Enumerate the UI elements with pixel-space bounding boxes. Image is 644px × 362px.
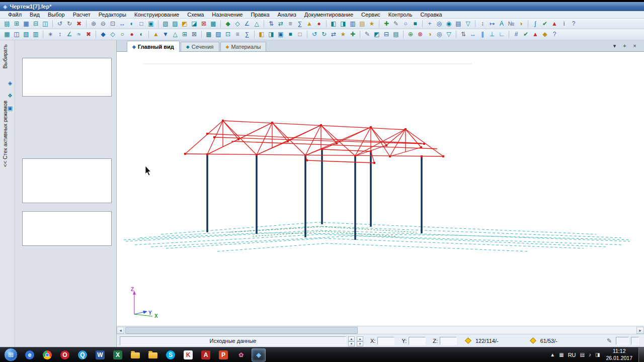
menu-item-7[interactable]: Схема bbox=[183, 11, 208, 19]
help2-icon[interactable]: ? bbox=[550, 30, 559, 39]
ungroup-icon[interactable]: ◨ bbox=[339, 20, 348, 28]
placeholder-icon[interactable]: □ bbox=[295, 30, 304, 39]
previous-view-icon[interactable]: ▣ bbox=[146, 20, 155, 28]
list-icon[interactable]: ≡ bbox=[286, 20, 295, 28]
target-icon[interactable]: ◎ bbox=[435, 30, 444, 39]
hinge-icon[interactable]: ○ bbox=[118, 30, 127, 39]
menu-item-2[interactable]: Вид bbox=[26, 11, 44, 19]
insert-icon[interactable]: ⊕ bbox=[406, 30, 415, 39]
angle-icon[interactable]: ∠ bbox=[243, 20, 252, 28]
tray-hidden-icons-button[interactable]: ▲ bbox=[550, 352, 555, 357]
taskbar-folder-icon[interactable] bbox=[128, 348, 142, 361]
table-icon[interactable]: ▥ bbox=[348, 20, 357, 28]
tray-network-icon[interactable]: ◨ bbox=[595, 352, 600, 357]
taskbar-autocad-icon[interactable]: A bbox=[199, 348, 213, 361]
load-case-spinner[interactable]: ▲ ▼ bbox=[348, 336, 355, 345]
menu-item-14[interactable]: Справка bbox=[417, 11, 446, 19]
fragment-icon[interactable]: ▧ bbox=[161, 20, 170, 28]
beams-icon[interactable]: ▧ bbox=[22, 30, 31, 39]
mesh-view-icon[interactable]: ▩ bbox=[209, 20, 218, 28]
taskbar-media-icon[interactable]: ✿ bbox=[234, 348, 248, 361]
favorites-icon[interactable]: ★ bbox=[367, 20, 376, 28]
right-angle-icon[interactable]: ∟ bbox=[497, 30, 506, 39]
print-icon[interactable]: ⊟ bbox=[31, 20, 40, 28]
tab-3[interactable]: ◆Материалы bbox=[220, 42, 267, 51]
warning-icon[interactable]: ▲ bbox=[550, 20, 559, 28]
tray-volume-icon[interactable]: ♪ bbox=[589, 352, 591, 357]
nodes-icon[interactable]: ◆ bbox=[223, 20, 232, 28]
section-view-icon[interactable]: ▨ bbox=[171, 20, 180, 28]
check-icon[interactable]: ✔ bbox=[540, 20, 549, 28]
marker-icon[interactable]: ◆ bbox=[540, 30, 549, 39]
width-icon[interactable]: ↔ bbox=[468, 30, 477, 39]
add-node-icon[interactable]: ✚ bbox=[348, 30, 357, 39]
edit-icon[interactable]: ✎ bbox=[391, 20, 400, 28]
palette-icon[interactable]: ◑ bbox=[516, 20, 525, 28]
tab-list-button[interactable]: ▾ bbox=[611, 43, 618, 49]
report-icon[interactable]: ▤ bbox=[358, 20, 367, 28]
start-button[interactable]: ⊞ bbox=[4, 348, 18, 361]
select-circle-icon[interactable]: ○ bbox=[401, 20, 410, 28]
rigid-body-icon[interactable]: ■ bbox=[286, 30, 295, 39]
menu-item-6[interactable]: Конструирование bbox=[130, 11, 183, 19]
annotate-icon[interactable]: ✎ bbox=[363, 30, 372, 39]
taskbar-opera-icon[interactable]: O bbox=[58, 348, 72, 361]
text-icon[interactable]: A bbox=[497, 20, 506, 28]
model-canvas[interactable]: Z Y X bbox=[117, 52, 644, 326]
load-case-icon[interactable]: ▲ bbox=[151, 30, 160, 39]
scroll-right-button[interactable]: ▸ bbox=[636, 327, 644, 334]
material-icon[interactable]: ◧ bbox=[257, 30, 266, 39]
print-preview-icon[interactable]: ◫ bbox=[41, 20, 50, 28]
menu-item-1[interactable]: Файл bbox=[4, 11, 26, 19]
taskbar-kompas-icon[interactable]: K bbox=[181, 348, 195, 361]
layers2-icon[interactable]: ▤ bbox=[391, 30, 400, 39]
redo-icon[interactable]: ↻ bbox=[65, 20, 74, 28]
combine-icon[interactable]: ⊞ bbox=[180, 30, 189, 39]
taskbar-messenger-icon[interactable]: Q bbox=[75, 348, 90, 361]
menu-item-12[interactable]: Сервис bbox=[357, 11, 384, 19]
menu-item-4[interactable]: Расчет bbox=[69, 11, 95, 19]
taskbar-folder2-icon[interactable] bbox=[146, 348, 160, 361]
load-down-icon[interactable]: ▼ bbox=[161, 30, 170, 39]
dimension-icon[interactable]: ↦ bbox=[488, 20, 497, 28]
projection-icon[interactable]: ◪ bbox=[190, 20, 199, 28]
numbering-icon[interactable]: № bbox=[507, 20, 516, 28]
funnel-icon[interactable]: ▽ bbox=[444, 30, 453, 39]
menu-item-11[interactable]: Документирование bbox=[300, 11, 357, 19]
solid-icon[interactable]: ■ bbox=[411, 20, 420, 28]
erase-icon[interactable]: ⊠ bbox=[199, 20, 208, 28]
menu-item-9[interactable]: Правка bbox=[247, 11, 273, 19]
sidebar-preview-box-2[interactable] bbox=[22, 158, 112, 203]
horizontal-scrollbar[interactable]: ◂ ▸ bbox=[117, 326, 644, 334]
add-element-icon[interactable]: ✚ bbox=[382, 20, 391, 28]
undo-icon[interactable]: ↺ bbox=[55, 20, 64, 28]
zoom-in-icon[interactable]: ⊕ bbox=[89, 20, 98, 28]
plates-icon[interactable]: ▥ bbox=[31, 30, 40, 39]
open-file-icon[interactable]: ⊞ bbox=[12, 20, 21, 28]
origin-icon[interactable]: ◎ bbox=[435, 20, 444, 28]
taskbar-excel-icon[interactable]: X bbox=[111, 348, 125, 361]
help-icon[interactable]: ? bbox=[569, 20, 578, 28]
collapse-icon[interactable]: ⊟ bbox=[382, 30, 391, 39]
swap-icon[interactable]: ⇄ bbox=[329, 30, 338, 39]
menu-item-13[interactable]: Контроль bbox=[384, 11, 417, 19]
member-tool-icon[interactable]: ◇ bbox=[108, 30, 117, 39]
zoom-window-icon[interactable]: ⊡ bbox=[108, 20, 117, 28]
verify-icon[interactable]: ✔ bbox=[521, 30, 530, 39]
menu-item-8[interactable]: Назначение bbox=[208, 11, 247, 19]
taskbar-skype-icon[interactable]: S bbox=[164, 348, 178, 361]
group-icon[interactable]: ◧ bbox=[329, 20, 338, 28]
fe-mesh-icon[interactable]: ▩ bbox=[204, 30, 213, 39]
delete-icon[interactable]: ✖ bbox=[74, 20, 84, 28]
pan-icon[interactable]: ↔ bbox=[118, 20, 127, 28]
grid-icon[interactable]: ▦ bbox=[3, 30, 12, 39]
pointer-mode-icon[interactable]: ❖ bbox=[7, 92, 14, 99]
scroll-left-button[interactable]: ◂ bbox=[117, 327, 124, 334]
tray-keyboard-icon[interactable]: ▤ bbox=[580, 352, 585, 357]
tab-1[interactable]: ◆Главный вид bbox=[127, 41, 180, 52]
subdivide-icon[interactable]: ▨ bbox=[214, 30, 223, 39]
spin-up-icon[interactable]: ▲ bbox=[348, 336, 355, 341]
save-icon[interactable]: ▦ bbox=[22, 20, 31, 28]
elements-icon[interactable]: ◇ bbox=[233, 20, 242, 28]
new-file-icon[interactable]: ▤ bbox=[3, 20, 12, 28]
